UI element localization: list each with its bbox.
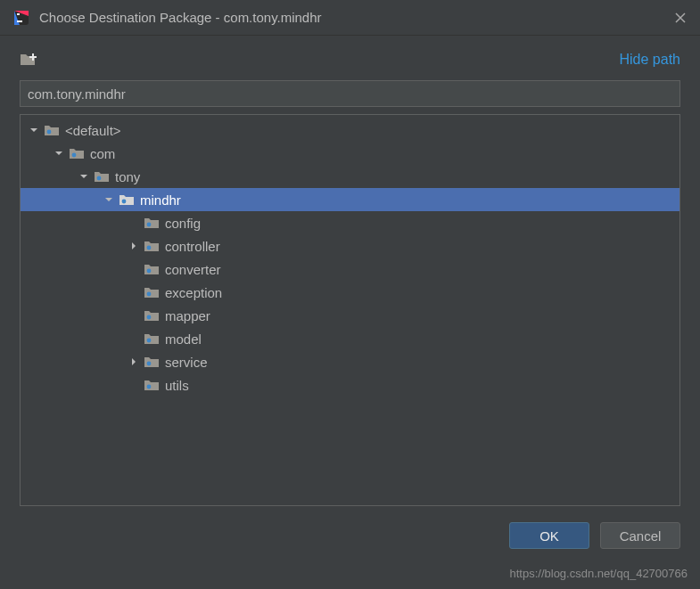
svg-rect-1 [17,13,20,15]
tree-node[interactable]: converter [21,258,679,281]
svg-point-13 [147,315,152,320]
intellij-app-icon [12,9,30,27]
svg-point-6 [72,153,77,158]
package-folder-icon [144,240,160,252]
chevron-right-icon[interactable] [128,240,140,252]
tree-node[interactable]: mindhr [21,188,679,211]
tree-node[interactable]: controller [21,234,679,258]
package-folder-icon [69,147,85,160]
tree-node[interactable]: utils [21,373,679,397]
tree-node[interactable]: config [21,211,679,234]
svg-point-12 [147,292,152,297]
tree-node-label: <default> [65,123,121,138]
chevron-right-icon[interactable] [128,356,140,368]
tree-node[interactable]: model [21,327,679,350]
package-folder-icon [119,193,135,206]
dialog-button-row: OK Cancel [0,506,700,549]
svg-point-15 [147,362,152,366]
ok-button[interactable]: OK [509,522,589,549]
tree-node[interactable]: mapper [21,304,679,327]
tree-node[interactable]: exception [21,281,679,304]
tree-node-label: utils [165,378,189,393]
close-icon[interactable] [673,11,688,25]
package-folder-icon [144,379,160,391]
svg-point-16 [147,385,152,389]
package-tree[interactable]: <default>comtonymindhrconfigcontrollerco… [21,115,679,400]
tree-node[interactable]: com [21,142,679,165]
package-folder-icon [144,309,160,322]
package-folder-icon [144,217,160,229]
tree-node-label: converter [165,262,221,277]
package-folder-icon [144,286,160,299]
package-folder-icon [144,263,160,275]
svg-rect-2 [17,20,22,22]
tree-node-label: config [165,216,201,231]
package-folder-icon [94,170,110,183]
tree-node-label: tony [115,169,140,184]
package-tree-panel: <default>comtonymindhrconfigcontrollerco… [20,114,680,506]
package-folder-icon [44,124,60,136]
tree-node[interactable]: service [21,350,679,373]
chevron-down-icon[interactable] [78,170,90,183]
path-input-wrapper [20,80,680,107]
tree-node-label: service [165,355,208,370]
chevron-down-icon[interactable] [53,147,65,160]
hide-path-link[interactable]: Hide path [620,52,681,68]
new-folder-icon[interactable] [20,52,37,68]
tree-node-label: mindhr [140,192,181,208]
chevron-down-icon[interactable] [103,193,115,206]
toolbar: Hide path [0,45,700,75]
tree-node-label: mapper [165,308,210,323]
tree-node-label: exception [165,285,222,300]
svg-point-14 [147,339,152,343]
tree-node-label: controller [165,239,220,254]
package-folder-icon [144,356,160,368]
tree-node[interactable]: tony [21,165,679,188]
path-input[interactable] [20,80,680,107]
svg-point-8 [122,200,127,204]
svg-point-11 [147,269,152,274]
svg-point-9 [147,223,152,227]
svg-rect-4 [29,56,37,58]
window-title: Choose Destination Package - com.tony.mi… [39,10,673,25]
title-bar: Choose Destination Package - com.tony.mi… [0,0,700,36]
chevron-down-icon[interactable] [28,124,40,136]
svg-point-10 [147,246,152,250]
cancel-button[interactable]: Cancel [600,522,680,549]
package-folder-icon [144,332,160,345]
watermark-text: https://blog.csdn.net/qq_42700766 [510,567,688,580]
svg-point-7 [97,176,102,181]
tree-node-label: com [90,146,115,161]
svg-point-5 [47,130,52,135]
tree-node[interactable]: <default> [21,119,679,142]
tree-node-label: model [165,331,202,347]
